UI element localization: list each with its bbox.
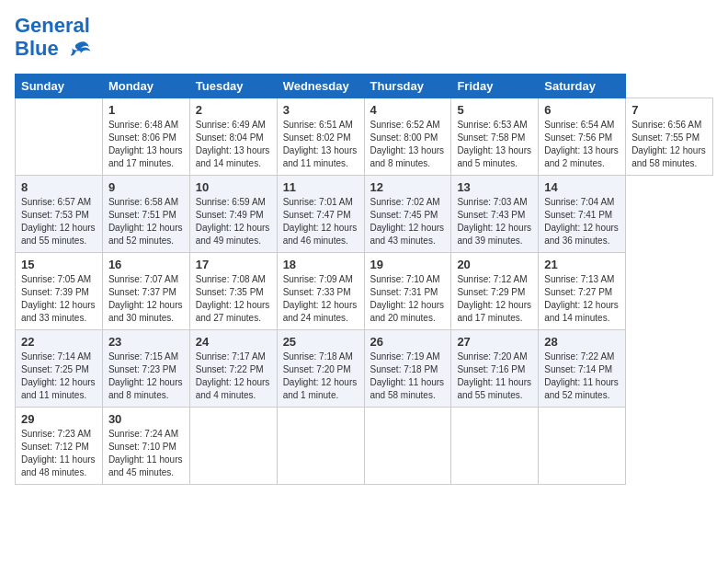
day-info: Sunrise: 7:20 AMSunset: 7:16 PMDaylight:… [457,351,531,400]
calendar-cell: 9Sunrise: 6:58 AMSunset: 7:51 PMDaylight… [102,176,189,253]
logo: General Blue [15,15,92,63]
calendar-cell [539,408,626,485]
day-info: Sunrise: 6:49 AMSunset: 8:04 PMDaylight:… [196,120,270,168]
day-info: Sunrise: 6:53 AMSunset: 7:58 PMDaylight:… [457,120,531,168]
calendar-cell: 10Sunrise: 6:59 AMSunset: 7:49 PMDayligh… [189,176,277,253]
calendar-cell: 3Sunrise: 6:51 AMSunset: 8:02 PMDaylight… [277,98,364,176]
day-info: Sunrise: 6:59 AMSunset: 7:49 PMDaylight:… [196,197,270,246]
calendar-cell: 15Sunrise: 7:05 AMSunset: 7:39 PMDayligh… [16,253,103,330]
empty-cell [16,98,103,176]
calendar-cell: 27Sunrise: 7:20 AMSunset: 7:16 PMDayligh… [451,330,539,408]
day-number: 11 [283,180,358,194]
day-number: 23 [108,335,184,349]
calendar-cell: 4Sunrise: 6:52 AMSunset: 8:00 PMDaylight… [364,98,451,176]
day-number: 13 [457,180,532,194]
day-number: 8 [21,180,97,194]
calendar-cell: 26Sunrise: 7:19 AMSunset: 7:18 PMDayligh… [364,330,451,408]
calendar-week-4: 22Sunrise: 7:14 AMSunset: 7:25 PMDayligh… [16,330,713,408]
day-number: 14 [544,180,620,194]
logo-blue: Blue [15,37,92,63]
day-number: 7 [631,103,707,117]
day-number: 30 [108,412,184,426]
day-number: 16 [108,258,184,271]
page-header: General Blue [15,15,713,63]
calendar-week-2: 8Sunrise: 6:57 AMSunset: 7:53 PMDaylight… [16,176,713,253]
weekday-wednesday: Wednesday [277,75,364,98]
weekday-sunday: Sunday [16,75,103,98]
calendar-cell: 17Sunrise: 7:08 AMSunset: 7:35 PMDayligh… [189,253,277,330]
day-number: 27 [457,335,532,349]
day-number: 15 [21,258,97,271]
day-info: Sunrise: 7:03 AMSunset: 7:43 PMDaylight:… [457,197,531,246]
day-number: 6 [544,103,620,117]
calendar-cell: 8Sunrise: 6:57 AMSunset: 7:53 PMDaylight… [16,176,103,253]
day-number: 12 [370,180,446,194]
weekday-monday: Monday [102,75,189,98]
calendar-cell: 30Sunrise: 7:24 AMSunset: 7:10 PMDayligh… [102,408,189,485]
day-number: 2 [196,103,271,117]
day-number: 29 [21,412,97,426]
calendar-week-1: 1Sunrise: 6:48 AMSunset: 8:06 PMDaylight… [16,98,713,176]
calendar-cell [451,408,539,485]
calendar-cell: 7Sunrise: 6:56 AMSunset: 7:55 PMDaylight… [626,98,713,176]
day-number: 26 [370,335,446,349]
calendar-cell: 16Sunrise: 7:07 AMSunset: 7:37 PMDayligh… [102,253,189,330]
calendar-cell: 22Sunrise: 7:14 AMSunset: 7:25 PMDayligh… [16,330,103,408]
day-number: 18 [283,258,358,271]
day-number: 28 [544,335,620,349]
day-number: 1 [108,103,184,117]
calendar-cell: 21Sunrise: 7:13 AMSunset: 7:27 PMDayligh… [539,253,626,330]
day-info: Sunrise: 7:07 AMSunset: 7:37 PMDaylight:… [108,274,183,323]
day-number: 25 [283,335,358,349]
calendar-cell: 29Sunrise: 7:23 AMSunset: 7:12 PMDayligh… [16,408,103,485]
day-info: Sunrise: 7:01 AMSunset: 7:47 PMDaylight:… [283,197,358,246]
day-info: Sunrise: 7:02 AMSunset: 7:45 PMDaylight:… [370,197,445,246]
calendar-cell: 11Sunrise: 7:01 AMSunset: 7:47 PMDayligh… [277,176,364,253]
calendar-cell: 24Sunrise: 7:17 AMSunset: 7:22 PMDayligh… [189,330,277,408]
day-info: Sunrise: 6:58 AMSunset: 7:51 PMDaylight:… [108,197,183,246]
day-info: Sunrise: 6:51 AMSunset: 8:02 PMDaylight:… [283,120,358,168]
day-number: 10 [196,180,271,194]
calendar-cell: 25Sunrise: 7:18 AMSunset: 7:20 PMDayligh… [277,330,364,408]
weekday-header-row: SundayMondayTuesdayWednesdayThursdayFrid… [16,75,713,98]
calendar-cell [277,408,364,485]
day-info: Sunrise: 7:08 AMSunset: 7:35 PMDaylight:… [196,274,270,323]
day-number: 5 [457,103,532,117]
calendar-cell: 14Sunrise: 7:04 AMSunset: 7:41 PMDayligh… [539,176,626,253]
day-info: Sunrise: 7:17 AMSunset: 7:22 PMDaylight:… [196,351,270,400]
bird-icon [66,37,92,63]
day-info: Sunrise: 7:05 AMSunset: 7:39 PMDaylight:… [21,274,96,323]
calendar-cell: 28Sunrise: 7:22 AMSunset: 7:14 PMDayligh… [539,330,626,408]
day-info: Sunrise: 7:18 AMSunset: 7:20 PMDaylight:… [283,351,358,400]
weekday-tuesday: Tuesday [189,75,277,98]
day-info: Sunrise: 6:52 AMSunset: 8:00 PMDaylight:… [370,120,445,168]
calendar-cell: 18Sunrise: 7:09 AMSunset: 7:33 PMDayligh… [277,253,364,330]
calendar-body: 1Sunrise: 6:48 AMSunset: 8:06 PMDaylight… [16,98,713,485]
day-info: Sunrise: 6:54 AMSunset: 7:56 PMDaylight:… [544,120,619,168]
day-info: Sunrise: 6:57 AMSunset: 7:53 PMDaylight:… [21,197,96,246]
calendar-cell: 2Sunrise: 6:49 AMSunset: 8:04 PMDaylight… [189,98,277,176]
calendar-cell: 12Sunrise: 7:02 AMSunset: 7:45 PMDayligh… [364,176,451,253]
calendar-cell: 1Sunrise: 6:48 AMSunset: 8:06 PMDaylight… [102,98,189,176]
day-number: 24 [196,335,271,349]
day-number: 21 [544,258,620,271]
day-info: Sunrise: 7:24 AMSunset: 7:10 PMDaylight:… [108,429,183,477]
day-info: Sunrise: 6:48 AMSunset: 8:06 PMDaylight:… [108,120,183,168]
day-number: 3 [283,103,358,117]
calendar-cell: 19Sunrise: 7:10 AMSunset: 7:31 PMDayligh… [364,253,451,330]
day-info: Sunrise: 7:15 AMSunset: 7:23 PMDaylight:… [108,351,183,400]
calendar-week-3: 15Sunrise: 7:05 AMSunset: 7:39 PMDayligh… [16,253,713,330]
logo-text: General [15,15,92,37]
calendar-cell: 13Sunrise: 7:03 AMSunset: 7:43 PMDayligh… [451,176,539,253]
calendar-week-5: 29Sunrise: 7:23 AMSunset: 7:12 PMDayligh… [16,408,713,485]
weekday-thursday: Thursday [364,75,451,98]
day-info: Sunrise: 7:10 AMSunset: 7:31 PMDaylight:… [370,274,445,323]
day-info: Sunrise: 6:56 AMSunset: 7:55 PMDaylight:… [631,120,706,168]
day-number: 4 [370,103,446,117]
weekday-friday: Friday [451,75,539,98]
day-info: Sunrise: 7:22 AMSunset: 7:14 PMDaylight:… [544,351,619,400]
day-info: Sunrise: 7:14 AMSunset: 7:25 PMDaylight:… [21,351,96,400]
day-info: Sunrise: 7:04 AMSunset: 7:41 PMDaylight:… [544,197,619,246]
day-info: Sunrise: 7:12 AMSunset: 7:29 PMDaylight:… [457,274,531,323]
day-number: 17 [196,258,271,271]
